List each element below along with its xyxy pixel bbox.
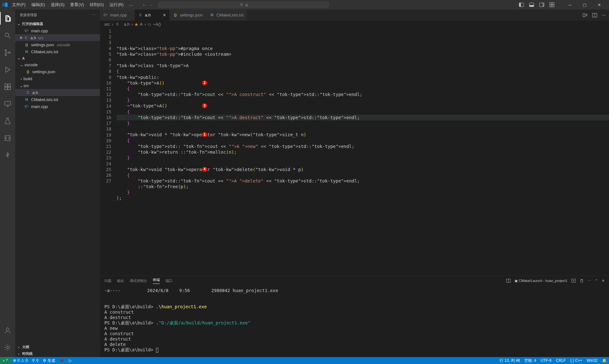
menu-edit[interactable]: 编辑(E)	[29, 1, 48, 9]
breadcrumb-item[interactable]: src	[104, 22, 110, 27]
code-content[interactable]: "tok-kw">class="tok-pp">#pragma once"tok…	[116, 28, 609, 276]
menu-more[interactable]: …	[127, 1, 136, 9]
new-terminal-icon[interactable]	[571, 278, 576, 283]
search-icon	[240, 3, 244, 7]
status-eol[interactable]: CRLF	[554, 358, 568, 363]
more-actions-icon[interactable]: ⋯	[602, 13, 606, 17]
open-editor-item[interactable]: C⁺main.cpp	[15, 27, 100, 34]
file-label: a.h	[32, 90, 38, 95]
cpp-file-icon: C⁺	[103, 13, 108, 18]
status-spaces[interactable]: 空格: 4	[522, 358, 538, 363]
menu-goto[interactable]: 转到(G)	[87, 1, 107, 9]
status-run-launch[interactable]: ▷	[67, 358, 74, 363]
panel-tab-output[interactable]: 输出	[117, 278, 124, 283]
breadcrumb-item[interactable]: a.h	[124, 22, 130, 27]
folder-label: .vscode	[23, 62, 38, 67]
layout-right-icon[interactable]	[539, 2, 544, 7]
panel-tab-ports[interactable]: 端口	[166, 278, 173, 283]
close-window-button[interactable]: ✕	[592, 0, 606, 10]
layout-customize-icon[interactable]	[549, 2, 554, 7]
status-build[interactable]: ⚙生成	[41, 358, 57, 363]
outline-section[interactable]: ›大纲	[15, 344, 100, 350]
terminal-output[interactable]: -a---- 2024/6/8 9:56 2980842 huan_projec…	[100, 285, 609, 357]
menu-select[interactable]: 选择(S)	[48, 1, 67, 9]
menu-file[interactable]: 文件(F)	[10, 1, 28, 9]
open-editors-section[interactable]: ⌄ 打开的编辑器	[15, 21, 100, 27]
file-main-cpp[interactable]: C⁺main.cpp	[15, 103, 100, 110]
timeline-section[interactable]: ›时间线	[15, 350, 100, 357]
panel-tab-terminal[interactable]: 终端	[153, 278, 160, 284]
sidebar-more-icon[interactable]: ⋯	[92, 13, 95, 17]
settings-gear-icon[interactable]	[0, 341, 15, 354]
svg-rect-3	[519, 3, 521, 7]
code-editor[interactable]: 1234567891011121314151617181920212223242…	[100, 28, 609, 276]
close-icon[interactable]: ✕	[163, 13, 166, 17]
status-ports[interactable]: ⚲0	[30, 358, 41, 363]
open-editor-item[interactable]: MCMakeLists.txt	[15, 48, 100, 55]
tab-main-cpp[interactable]: C⁺main.cpp	[100, 10, 135, 21]
folder-build[interactable]: ›build	[15, 75, 100, 82]
run-debug-icon[interactable]	[0, 63, 15, 76]
folder-src[interactable]: ⌄src	[15, 82, 100, 89]
svg-point-16	[9, 52, 10, 54]
fitten-icon[interactable]	[0, 149, 15, 162]
open-editor-item[interactable]: {}settings.json.vscode	[15, 41, 100, 48]
panel-tab-debug[interactable]: 调试控制台	[130, 278, 147, 283]
layout-bottom-icon[interactable]	[529, 2, 534, 7]
status-debug-launch[interactable]: 🐞	[57, 358, 67, 363]
menu-view[interactable]: 查看(V)	[68, 1, 86, 9]
status-errors[interactable]: ⊗0⚠0	[11, 358, 30, 363]
minimize-button[interactable]: ─	[563, 0, 577, 10]
panel-tab-problems[interactable]: 问题	[104, 278, 111, 283]
menu-run[interactable]: 运行(R)	[107, 1, 126, 9]
split-editor-icon[interactable]	[592, 13, 597, 18]
kill-terminal-icon[interactable]	[580, 278, 584, 283]
tab-a-h[interactable]: Ca.h✕	[135, 10, 170, 21]
file-settings-json[interactable]: {}settings.json	[15, 68, 100, 75]
status-platform[interactable]: Win32	[585, 358, 600, 363]
more-panel-icon[interactable]: ⋯	[588, 279, 591, 283]
breadcrumb-item[interactable]: A	[140, 22, 143, 27]
file-desc: src	[38, 35, 43, 40]
svg-rect-8	[550, 3, 552, 4]
search-activity-icon[interactable]	[0, 29, 15, 42]
svg-rect-10	[550, 5, 552, 7]
remote-explorer-icon[interactable]	[0, 98, 15, 110]
svg-point-0	[240, 3, 242, 6]
status-language[interactable]: { } C++	[568, 358, 585, 363]
compare-icon[interactable]	[583, 13, 588, 18]
maximize-panel-icon[interactable]: ⌃	[595, 279, 598, 283]
cmake-file-icon: M	[209, 13, 214, 18]
status-encoding[interactable]: UTF-8	[539, 358, 554, 363]
breadcrumb-item[interactable]: ~A()	[153, 22, 161, 27]
source-control-icon[interactable]	[0, 46, 15, 59]
project-section[interactable]: ⌄A	[15, 55, 100, 61]
account-icon[interactable]	[0, 324, 15, 337]
status-cursor[interactable]: 行 13, 列 48	[497, 358, 522, 363]
testing-icon[interactable]	[0, 115, 15, 127]
terminal-task-label[interactable]: ▣CMake/Launch - huan_project1	[514, 279, 567, 283]
status-notifications-icon[interactable]: 🔔	[600, 358, 609, 363]
folder-vscode[interactable]: ⌄.vscode	[15, 61, 100, 68]
svg-rect-21	[5, 101, 10, 105]
close-icon[interactable]: ✕	[18, 35, 23, 40]
broadcast-icon: ⚲	[32, 358, 35, 363]
error-icon: ⊗	[13, 358, 16, 363]
cmake-icon[interactable]	[0, 132, 15, 144]
close-panel-icon[interactable]: ✕	[602, 279, 605, 283]
command-center[interactable]: a	[158, 1, 329, 8]
tab-settings-json[interactable]: {}settings.json	[170, 10, 206, 21]
layout-left-icon[interactable]	[519, 2, 524, 7]
explorer-icon[interactable]	[0, 12, 15, 25]
nav-forward-icon[interactable]: →	[148, 3, 152, 7]
remote-indicator[interactable]	[0, 357, 11, 364]
extensions-icon[interactable]	[0, 80, 15, 93]
maximize-button[interactable]: ▢	[577, 0, 592, 10]
tab-cmakelists[interactable]: MCMakeLists.txt	[206, 10, 247, 21]
file-ah[interactable]: Ca.h	[15, 89, 100, 96]
nav-back-icon[interactable]: ←	[142, 3, 146, 7]
open-editor-item[interactable]: ✕Ca.hsrc	[15, 34, 100, 41]
breadcrumb[interactable]: src› Ca.h› ◈A› ◇~A()	[100, 21, 609, 28]
split-terminal-icon[interactable]	[506, 278, 511, 283]
file-cmakelists[interactable]: MCMakeLists.txt	[15, 96, 100, 103]
